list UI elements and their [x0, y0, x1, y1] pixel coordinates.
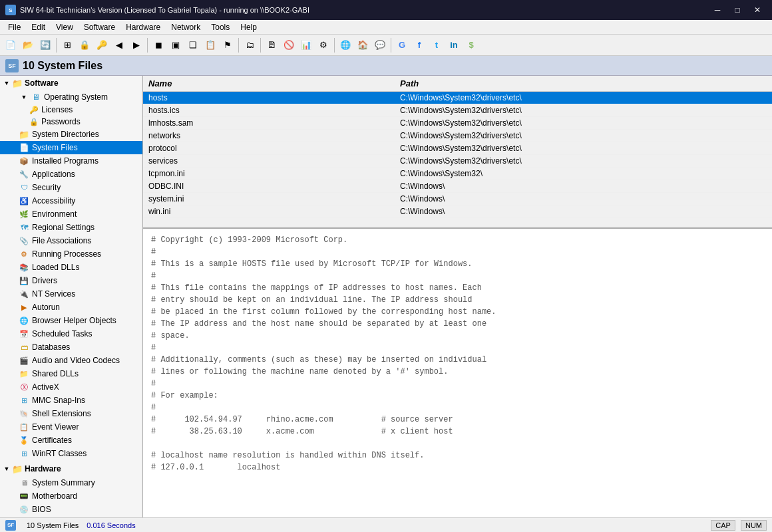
sidebar-item-activex[interactable]: Ⓧ ActiveX	[0, 380, 142, 394]
toolbar-home[interactable]: 🏠	[355, 37, 371, 53]
text-line: # entry should be kept on an individual …	[151, 294, 764, 306]
sidebar-item-audio-video-codecs[interactable]: 🎬 Audio and Video Codecs	[0, 354, 142, 367]
file-table-body: hostsC:\Windows\System32\drivers\etc\hos…	[143, 92, 772, 218]
toolbar-grid[interactable]: ⊞	[59, 37, 75, 53]
sidebar-item-browser-helper-objects[interactable]: 🌐 Browser Helper Objects	[0, 314, 142, 327]
cell-name: lmhosts.sam	[143, 117, 395, 130]
menu-help[interactable]: Help	[235, 20, 262, 35]
toolbar-key[interactable]: 🔑	[94, 37, 110, 53]
regional-icon: 🗺	[19, 222, 29, 233]
menu-file[interactable]: File	[3, 20, 26, 35]
sidebar-item-applications[interactable]: 🔧 Applications	[0, 168, 142, 181]
sidebar-item-system-summary[interactable]: 🖥 System Summary	[0, 476, 142, 489]
sidebar-item-certificates[interactable]: 🏅 Certificates	[0, 434, 142, 447]
table-row[interactable]: hosts.icsC:\Windows\System32\drivers\etc…	[143, 104, 772, 117]
menu-hardware[interactable]: Hardware	[120, 20, 166, 35]
sidebar-item-shell-extensions[interactable]: 🐚 Shell Extensions	[0, 407, 142, 420]
menu-edit[interactable]: Edit	[26, 20, 51, 35]
sidebar-item-file-associations[interactable]: 📎 File Associations	[0, 234, 142, 247]
services-label: NT Services	[32, 289, 75, 299]
autorun-label: Autorun	[32, 303, 60, 312]
toolbar-folder-net[interactable]: 🗂	[242, 37, 258, 53]
menu-software[interactable]: Software	[79, 20, 120, 35]
maximize-button[interactable]: □	[728, 3, 747, 17]
menu-view[interactable]: View	[51, 20, 79, 35]
apps-label: Applications	[32, 170, 75, 179]
sidebar-item-nt-services[interactable]: 🔌 NT Services	[0, 287, 142, 301]
table-row[interactable]: system.iniC:\Windows\	[143, 193, 772, 205]
shared-label: Shared DLLs	[32, 369, 79, 378]
table-row[interactable]: servicesC:\Windows\System32\drivers\etc\	[143, 155, 772, 168]
sidebar-item-regional-settings[interactable]: 🗺 Regional Settings	[0, 221, 142, 234]
toolbar-dollar[interactable]: $	[463, 37, 479, 53]
sidebar-item-operating-system[interactable]: ▼ 🖥 Operating System	[0, 90, 142, 104]
left-panel: ▼ 📁 Software ▼ 🖥 Operating System 🔑 Lice…	[0, 76, 143, 517]
status-badges: CAP NUM	[711, 520, 767, 531]
table-row[interactable]: protocolC:\Windows\System32\drivers\etc\	[143, 142, 772, 155]
table-row[interactable]: networksC:\Windows\System32\drivers\etc\	[143, 130, 772, 142]
toolbar-arrow-right[interactable]: ▶	[128, 37, 144, 53]
file-text-view: # Copyright (c) 1993-2009 Microsoft Corp…	[151, 234, 764, 473]
menu-network[interactable]: Network	[166, 20, 206, 35]
sidebar-item-bios[interactable]: 💿 BIOS	[0, 503, 142, 516]
sidebar-item-event-viewer[interactable]: 📋 Event Viewer	[0, 420, 142, 434]
mmc-icon: ⊞	[19, 395, 29, 406]
toolbar-copy[interactable]: 📋	[202, 37, 218, 53]
sidebar-item-motherboard[interactable]: 📟 Motherboard	[0, 489, 142, 503]
toolbar-refresh[interactable]: 🔄	[37, 37, 53, 53]
sidebar-item-licenses[interactable]: 🔑 Licenses	[0, 104, 142, 116]
toolbar-icon1[interactable]: 🖹	[264, 37, 280, 53]
sidebar-section-software[interactable]: ▼ 📁 Software	[0, 76, 142, 90]
table-row[interactable]: hostsC:\Windows\System32\drivers\etc\	[143, 92, 772, 104]
table-row[interactable]: tcpmon.iniC:\Windows\System32\	[143, 168, 772, 180]
software-label: Software	[25, 78, 59, 88]
toolbar-flag[interactable]: ⚑	[220, 37, 236, 53]
toolbar-open[interactable]: 📂	[20, 37, 36, 53]
sidebar-item-scheduled-tasks[interactable]: 📅 Scheduled Tasks	[0, 327, 142, 340]
toolbar-stop[interactable]: 🚫	[281, 37, 297, 53]
shell-label: Shell Extensions	[32, 409, 91, 418]
cell-name: networks	[143, 130, 395, 142]
bho-icon: 🌐	[19, 315, 29, 326]
table-row[interactable]: win.iniC:\Windows\	[143, 205, 772, 218]
sysfiles-icon: 📄	[19, 142, 29, 153]
col-path: Path	[395, 76, 772, 92]
sidebar-item-system-directories[interactable]: 📁 System Directories	[0, 128, 142, 141]
table-row[interactable]: lmhosts.samC:\Windows\System32\drivers\e…	[143, 117, 772, 130]
sidebar-item-system-files[interactable]: 📄 System Files	[0, 141, 142, 154]
toolbar-ie[interactable]: 🌐	[337, 37, 353, 53]
sidebar-item-mmc-snapins[interactable]: ⊞ MMC Snap-Ins	[0, 394, 142, 407]
sidebar-item-drivers[interactable]: 💾 Drivers	[0, 274, 142, 287]
sidebar-item-databases[interactable]: 🗃 Databases	[0, 340, 142, 354]
sidebar-item-installed-programs[interactable]: 📦 Installed Programs	[0, 154, 142, 168]
sidebar-item-passwords[interactable]: 🔒 Passwords	[0, 116, 142, 128]
menu-tools[interactable]: Tools	[206, 20, 235, 35]
minimize-button[interactable]: ─	[708, 3, 727, 17]
toolbar-icon3[interactable]: 📊	[298, 37, 314, 53]
toolbar-square3[interactable]: ❑	[185, 37, 201, 53]
toolbar-in[interactable]: in	[446, 37, 462, 53]
sidebar-item-environment[interactable]: 🌿 Environment	[0, 207, 142, 221]
toolbar-chat[interactable]: 💬	[372, 37, 388, 53]
toolbar-g[interactable]: G	[394, 37, 410, 53]
sidebar-item-running-processes[interactable]: ⚙ Running Processes	[0, 247, 142, 261]
sidebar-section-hardware[interactable]: ▼ 📁 Hardware	[0, 462, 142, 476]
hardware-folder-icon: 📁	[12, 464, 23, 474]
sidebar-item-accessibility[interactable]: ♿ Accessibility	[0, 194, 142, 207]
toolbar-lock[interactable]: 🔒	[77, 37, 93, 53]
toolbar-t[interactable]: t	[429, 37, 445, 53]
sidebar-item-security[interactable]: 🛡 Security	[0, 181, 142, 194]
tasks-label: Scheduled Tasks	[32, 329, 93, 338]
toolbar-f[interactable]: f	[411, 37, 427, 53]
table-row[interactable]: ODBC.INIC:\Windows\	[143, 180, 772, 193]
toolbar-square2[interactable]: ▣	[168, 37, 184, 53]
sidebar-item-loaded-dlls[interactable]: 📚 Loaded DLLs	[0, 261, 142, 274]
toolbar-square1[interactable]: ◼	[150, 37, 166, 53]
close-button[interactable]: ✕	[748, 3, 767, 17]
sidebar-item-autorun[interactable]: ▶ Autorun	[0, 301, 142, 314]
sidebar-item-winrt-classes[interactable]: ⊞ WinRT Classes	[0, 447, 142, 460]
toolbar-new[interactable]: 📄	[3, 37, 19, 53]
sidebar-item-shared-dlls[interactable]: 📁 Shared DLLs	[0, 367, 142, 380]
toolbar-arrow-left[interactable]: ◀	[111, 37, 127, 53]
toolbar-gear[interactable]: ⚙	[315, 37, 331, 53]
